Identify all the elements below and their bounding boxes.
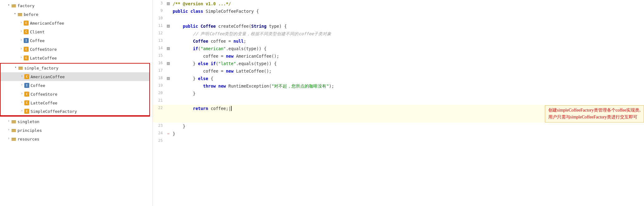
line-num-15: 15 <box>153 52 165 60</box>
class-icon-simplecoffeefactory: C <box>24 109 29 114</box>
principles-label: principles <box>17 128 42 133</box>
simplecoffeefactory-label: SimpleCoffeeFactory <box>31 109 77 114</box>
tree-item-coffee-sf[interactable]: I Coffee <box>1 81 149 90</box>
gutter-10 <box>165 15 171 22</box>
line-num-19: 19 <box>153 82 165 90</box>
gutter-9 <box>165 7 171 15</box>
line-content-17: coffee = new LatteCoffee(); <box>171 67 644 75</box>
folder-icon-before <box>17 12 22 17</box>
code-line-9: 9 public class SimpleCoffeeFactory { <box>153 7 644 15</box>
line-num-22: 22 <box>153 105 165 110</box>
code-lines: 3 − /** @version v1.0 ...*/ 9 public cla… <box>153 0 644 145</box>
tree-item-before[interactable]: before <box>0 10 152 19</box>
line-content-20: } <box>171 90 644 97</box>
simple-factory-box: sinple_factory C AmericanCoffee I Coffee… <box>0 63 150 117</box>
line-num-11: 11 <box>153 22 165 30</box>
arrow-simple-factory <box>13 65 18 70</box>
resources-label: resources <box>17 137 39 141</box>
folder-icon-simple-factory <box>18 65 23 70</box>
file-tree[interactable]: factory before C AmericanCoffee C Client… <box>0 0 153 206</box>
line-num-17: 17 <box>153 67 165 75</box>
arrow-coffee-sf <box>19 83 24 88</box>
line-content-25 <box>171 137 644 145</box>
arrow-americancoffee-before <box>19 21 24 26</box>
tree-item-simplecoffeefactory[interactable]: C SimpleCoffeeFactory <box>1 107 149 116</box>
gutter-24: — <box>165 130 171 137</box>
tree-item-simple-factory[interactable]: sinple_factory <box>1 64 149 72</box>
line-content-9: public class SimpleCoffeeFactory { <box>171 7 644 15</box>
class-icon-client: C <box>24 29 29 34</box>
lattecoffee-before-label: LatteCoffee <box>30 56 57 60</box>
arrow-simplecoffeefactory <box>19 109 24 114</box>
line-num-13: 13 <box>153 37 165 45</box>
tree-item-principles[interactable]: principles <box>0 126 152 135</box>
gutter-23 <box>165 122 171 130</box>
code-line-12: 12 // 声明Coffee类型的变量，根据不同类型创建不同的coffee子类对… <box>153 30 644 37</box>
line-content-13: Coffee coffee = null; <box>171 37 644 45</box>
tree-item-factory[interactable]: factory <box>0 1 152 10</box>
tree-item-resources[interactable]: resources <box>0 135 152 143</box>
gutter-20 <box>165 90 171 97</box>
line-content-18: } else { <box>171 75 644 82</box>
code-line-22: 22 return coffee;| 创建simpleCoffeeFactory… <box>153 105 644 122</box>
code-line-20: 20 } <box>153 90 644 97</box>
class-icon-coffee-sf: I <box>24 83 29 88</box>
folder-icon-principles <box>11 128 16 133</box>
tree-item-coffeestore-before[interactable]: C CoffeeStore <box>0 45 152 54</box>
tree-item-coffee-before[interactable]: I Coffee <box>0 36 152 45</box>
arrow-americancoffee-sf <box>19 74 24 79</box>
gutter-16: − <box>165 60 171 67</box>
svg-rect-12 <box>12 138 16 141</box>
tree-item-americancoffee-before[interactable]: C AmericanCoffee <box>0 19 152 27</box>
line-content-24: } <box>171 130 644 137</box>
line-num-25: 25 <box>153 137 165 145</box>
code-line-14: 14 − if("american".equals(type)) { <box>153 45 644 52</box>
tree-item-lattecoffee-before[interactable]: C LatteCoffee <box>0 54 152 62</box>
line-num-24: 24 <box>153 130 165 137</box>
svg-text:−: − <box>168 47 169 50</box>
simple-factory-label: sinple_factory <box>24 66 59 70</box>
arrow-factory <box>6 3 11 8</box>
code-line-19: 19 throw new RuntimeException("对不起，您所点的咖… <box>153 82 644 90</box>
gutter-3: − <box>165 0 171 7</box>
tree-item-americancoffee-sf[interactable]: C AmericanCoffee <box>1 72 149 81</box>
tree-item-coffeestore-sf[interactable]: C CoffeeStore <box>1 90 149 98</box>
line-num-10: 10 <box>153 15 165 22</box>
gutter-19 <box>165 82 171 90</box>
americancoffee-before-label: AmericanCoffee <box>30 21 64 26</box>
code-line-23: 23 } <box>153 122 644 130</box>
arrow-coffeestore-sf <box>19 92 24 97</box>
line-num-9: 9 <box>153 7 165 15</box>
code-line-24: 24 — } <box>153 130 644 137</box>
code-line-17: 17 coffee = new LatteCoffee(); <box>153 67 644 75</box>
line-content-11: public Coffee createCoffee(String type) … <box>171 22 644 30</box>
code-line-11: 11 − public Coffee createCoffee(String t… <box>153 22 644 30</box>
line-content-14: if("american".equals(type)) { <box>171 45 644 52</box>
code-line-21: 21 <box>153 97 644 105</box>
svg-text:−: − <box>168 2 169 5</box>
gutter-11: − <box>165 22 171 30</box>
class-icon-coffeestore-sf: C <box>24 92 29 97</box>
arrow-coffeestore-before <box>19 47 24 52</box>
gutter-13 <box>165 37 171 45</box>
singleton-label: singleton <box>17 119 39 124</box>
tree-item-client[interactable]: C Client <box>0 27 152 36</box>
gutter-21 <box>165 97 171 105</box>
code-line-10: 10 <box>153 15 644 22</box>
code-editor[interactable]: 3 − /** @version v1.0 ...*/ 9 public cla… <box>153 0 644 206</box>
class-icon-lattecoffee-before: C <box>24 55 29 60</box>
code-line-3: 3 − /** @version v1.0 ...*/ <box>153 0 644 7</box>
svg-text:−: − <box>168 62 169 65</box>
line-num-20: 20 <box>153 90 165 97</box>
line-content-12: // 声明Coffee类型的变量，根据不同类型创建不同的coffee子类对象 <box>171 30 644 37</box>
svg-rect-6 <box>18 67 23 70</box>
code-line-18: 18 − } else { <box>153 75 644 82</box>
class-icon-americancoffee-sf: C <box>24 74 29 79</box>
svg-rect-10 <box>12 130 16 132</box>
line-content-22: return coffee;| <box>171 105 540 112</box>
tree-item-lattecoffee-sf[interactable]: C LatteCoffee <box>1 98 149 107</box>
tree-item-singleton[interactable]: singleton <box>0 117 152 126</box>
line-num-16: 16 <box>153 60 165 67</box>
coffee-sf-label: Coffee <box>31 83 45 88</box>
folder-icon-singleton <box>11 119 16 124</box>
